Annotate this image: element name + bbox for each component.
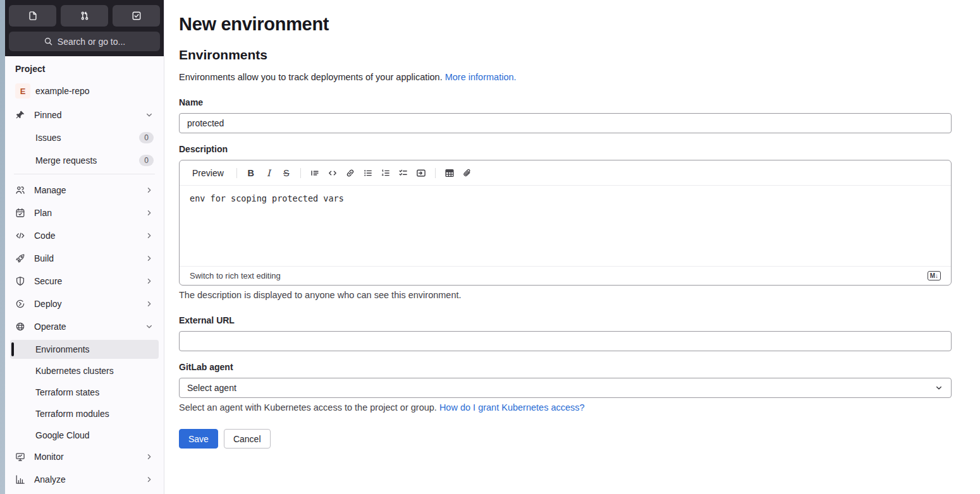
insert-link-button[interactable] [341, 165, 359, 181]
sidebar-item-issues[interactable]: Issues 0 [10, 128, 159, 147]
task-list-button[interactable] [395, 165, 412, 181]
attach-file-button[interactable] [458, 165, 476, 181]
quote-button[interactable] [306, 165, 324, 181]
project-avatar: E [15, 83, 30, 99]
sidebar-item-build[interactable]: Build [10, 249, 159, 268]
chevron-right-icon [145, 277, 154, 286]
chevron-right-icon [145, 254, 154, 263]
markdown-editor: Preview B I S [179, 160, 952, 286]
agent-field-group: GitLab agent Select agent Select an agen… [179, 362, 952, 413]
markdown-supported-icon: M↓ [928, 271, 941, 280]
editor-footer: Switch to rich text editing M↓ [180, 266, 951, 285]
chevron-right-icon [145, 452, 154, 461]
toolbar-separator [300, 168, 301, 178]
strikethrough-button[interactable]: S [278, 165, 295, 181]
operate-icon [15, 322, 25, 332]
insert-table-button[interactable] [441, 165, 458, 181]
chevron-right-icon [145, 208, 154, 217]
task-list-icon [398, 168, 408, 178]
sidebar-item-manage[interactable]: Manage [10, 181, 159, 200]
chevron-right-icon [145, 475, 154, 484]
save-button[interactable]: Save [179, 429, 218, 449]
sidebar-item-code[interactable]: Code [10, 226, 159, 245]
bold-button[interactable]: B [242, 165, 260, 181]
issues-icon [28, 11, 38, 21]
agent-help-text: Select an agent with Kubernetes access t… [179, 402, 952, 413]
project-name: example-repo [35, 86, 154, 96]
italic-button[interactable]: I [260, 165, 278, 181]
search-placeholder: Search or go to... [58, 37, 125, 47]
sidebar-item-operate[interactable]: Operate [10, 317, 159, 336]
issues-count-badge: 0 [139, 132, 154, 143]
quote-icon [310, 168, 320, 178]
bullet-list-button[interactable] [359, 165, 377, 181]
sidebar-item-terraform-modules[interactable]: Terraform modules [10, 404, 159, 423]
sidebar-item-plan[interactable]: Plan [10, 203, 159, 222]
cancel-button[interactable]: Cancel [224, 429, 271, 449]
collapsible-section-button[interactable] [412, 165, 430, 181]
sidebar-header: Search or go to... [5, 0, 164, 56]
chevron-down-icon [145, 322, 154, 331]
description-textarea[interactable]: env for scoping protected vars [180, 186, 951, 266]
calendar-icon [15, 208, 25, 218]
deploy-icon [15, 299, 25, 309]
code-icon [15, 231, 25, 241]
users-icon [15, 185, 25, 195]
paperclip-icon [462, 168, 472, 178]
sidebar-item-kubernetes-clusters[interactable]: Kubernetes clusters [10, 361, 159, 380]
external-url-input[interactable] [179, 331, 952, 351]
link-icon [345, 168, 355, 178]
sidebar-item-analyze[interactable]: Analyze [10, 470, 159, 489]
chevron-down-icon [934, 383, 943, 392]
toolbar-separator [435, 168, 436, 178]
sidebar-item-terraform-states[interactable]: Terraform states [10, 383, 159, 402]
more-information-link[interactable]: More information. [445, 72, 517, 82]
chart-icon [15, 474, 25, 485]
chevron-right-icon [145, 186, 154, 195]
sidebar-item-environments[interactable]: Environments [10, 340, 159, 359]
description-help-text: The description is displayed to anyone w… [179, 290, 952, 300]
agent-select[interactable]: Select agent [179, 378, 952, 398]
sidebar-item-pinned[interactable]: Pinned [10, 105, 159, 124]
chevron-right-icon [145, 299, 154, 308]
sidebar: Search or go to... Project E example-rep… [5, 0, 164, 494]
kubernetes-access-link[interactable]: How do I grant Kubernetes access? [439, 402, 585, 413]
gitlab-agent-label: GitLab agent [179, 362, 952, 372]
merge-requests-shortcut-button[interactable] [61, 5, 108, 27]
sidebar-item-secure[interactable]: Secure [10, 272, 159, 291]
preview-tab[interactable]: Preview [188, 166, 228, 181]
main-content: New environment Environments Environment… [164, 0, 980, 494]
chevron-right-icon [145, 231, 154, 240]
name-label: Name [179, 97, 952, 107]
search-input[interactable]: Search or go to... [9, 32, 160, 51]
bullet-list-icon [363, 168, 373, 178]
editor-toolbar: Preview B I S [180, 160, 951, 186]
insert-code-button[interactable] [324, 165, 341, 181]
form-actions: Save Cancel [179, 429, 952, 449]
name-input[interactable] [179, 113, 952, 133]
pin-icon [15, 110, 25, 120]
switch-to-rich-text-button[interactable]: Switch to rich text editing [190, 271, 281, 280]
todo-list-icon [132, 11, 142, 21]
issues-shortcut-button[interactable] [9, 5, 56, 27]
sidebar-item-google-cloud[interactable]: Google Cloud [10, 426, 159, 445]
numbered-list-button[interactable] [377, 165, 395, 181]
external-url-label: External URL [179, 315, 952, 325]
sidebar-nav: Project E example-repo Pinned Issues 0 M… [5, 56, 164, 494]
page-title: New environment [179, 14, 952, 35]
rocket-icon [15, 253, 25, 263]
sidebar-item-monitor[interactable]: Monitor [10, 447, 159, 466]
chevron-down-icon [145, 111, 154, 119]
shortcut-buttons [9, 5, 160, 27]
toolbar-separator [236, 168, 237, 178]
description-field-group: Description Preview B I S [179, 144, 952, 300]
gitlab-app: Search or go to... Project E example-rep… [0, 0, 980, 494]
sidebar-item-deploy[interactable]: Deploy [10, 294, 159, 313]
agent-select-value: Select agent [187, 383, 236, 393]
sidebar-item-merge-requests[interactable]: Merge requests 0 [10, 151, 159, 170]
collapsible-section-icon [416, 168, 426, 178]
todo-list-shortcut-button[interactable] [113, 5, 160, 27]
name-field-group: Name [179, 97, 952, 133]
sidebar-divider [14, 174, 155, 174]
project-switcher[interactable]: E example-repo [10, 80, 159, 102]
